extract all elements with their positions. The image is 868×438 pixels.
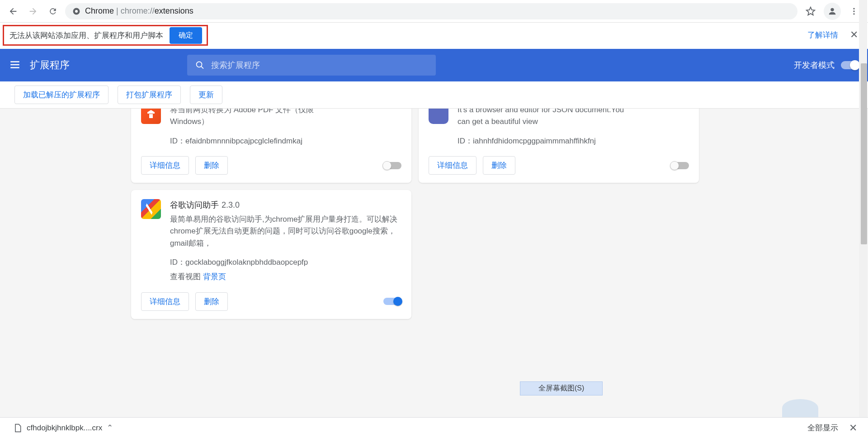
extension-title: 谷歌访问助手2.3.0 <box>170 199 401 212</box>
remove-button[interactable]: 删除 <box>195 156 228 175</box>
confirm-button[interactable]: 确定 <box>170 27 202 44</box>
infobar: 无法从该网站添加应用、扩展程序和用户脚本 确定 <box>3 25 208 46</box>
bookmark-star-icon[interactable] <box>802 3 819 20</box>
enable-toggle[interactable] <box>383 298 401 305</box>
extension-icon <box>141 109 161 124</box>
dev-mode-toggle[interactable] <box>841 61 859 69</box>
dev-mode-label: 开发者模式 <box>794 60 835 71</box>
remove-button[interactable]: 删除 <box>195 292 228 311</box>
extension-icon <box>429 109 448 124</box>
extension-id: ID：efaidnbmnnnibpcajpcglclefindmkaj <box>170 135 401 147</box>
show-all-link[interactable]: 全部显示 <box>807 423 838 433</box>
address-bar[interactable]: Chrome | chrome://extensions <box>65 3 797 19</box>
menu-icon[interactable] <box>9 59 22 71</box>
url-text: Chrome | chrome://extensions <box>85 6 193 16</box>
download-item[interactable]: cfhdojbkjhnklbpk....crx ⌃ <box>7 421 119 435</box>
extensions-header: 扩展程序 开发者模式 <box>0 49 868 81</box>
reload-button[interactable] <box>45 4 61 19</box>
screenshot-overlay-button[interactable]: 全屏幕截图(S) <box>520 381 603 395</box>
svg-point-5 <box>853 13 854 14</box>
download-filename: cfhdojbkjhnklbpk....crx <box>27 424 102 433</box>
extension-desc: 最简单易用的谷歌访问助手,为chrome扩展用户量身打造。可以解决chrome扩… <box>170 214 401 249</box>
enable-toggle[interactable] <box>671 162 689 169</box>
content-area: 将当前网页转换为 Adobe PDF 文件（仅限Windows） ID：efai… <box>0 109 868 418</box>
svg-point-3 <box>853 8 854 9</box>
search-icon <box>195 60 205 70</box>
close-icon[interactable]: ✕ <box>845 420 861 436</box>
svg-point-2 <box>830 8 834 11</box>
file-icon <box>13 424 22 433</box>
back-button[interactable] <box>5 4 21 19</box>
inspect-views: 查看视图 背景页 <box>170 271 401 283</box>
extension-desc: 将当前网页转换为 Adobe PDF 文件（仅限Windows） <box>170 109 401 128</box>
details-button[interactable]: 详细信息 <box>141 156 189 175</box>
chrome-icon <box>72 7 80 15</box>
profile-icon[interactable] <box>824 3 841 20</box>
downloads-bar: cfhdojbkjhnklbpk....crx ⌃ 全部显示 ✕ <box>0 417 868 438</box>
svg-point-6 <box>197 62 202 67</box>
svg-point-4 <box>853 10 854 12</box>
extension-icon <box>141 199 161 219</box>
chevron-up-icon: ⌃ <box>107 423 113 433</box>
extension-desc: It's a browser and editor for JSON docum… <box>458 109 689 128</box>
background-page-link[interactable]: 背景页 <box>203 272 226 281</box>
details-button[interactable]: 详细信息 <box>141 292 189 311</box>
load-unpacked-button[interactable]: 加载已解压的扩展程序 <box>14 86 108 104</box>
update-button[interactable]: 更新 <box>190 86 222 104</box>
svg-point-1 <box>75 10 78 13</box>
dev-mode-toggle-group: 开发者模式 <box>794 60 859 71</box>
browser-toolbar: Chrome | chrome://extensions <box>0 0 868 23</box>
enable-toggle[interactable] <box>383 162 401 169</box>
extension-card: It's a browser and editor for JSON docum… <box>419 109 699 183</box>
page-title: 扩展程序 <box>30 58 70 72</box>
action-bar: 加载已解压的扩展程序 打包扩展程序 更新 <box>0 81 868 109</box>
learn-more-link[interactable]: 了解详情 <box>807 30 838 40</box>
extension-card: 谷歌访问助手2.3.0 最简单易用的谷歌访问助手,为chrome扩展用户量身打造… <box>131 190 411 319</box>
search-box[interactable] <box>187 55 436 76</box>
pack-button[interactable]: 打包扩展程序 <box>118 86 181 104</box>
extension-card: 将当前网页转换为 Adobe PDF 文件（仅限Windows） ID：efai… <box>131 109 411 183</box>
extension-id: ID：gocklaboggjfkolaknpbhddbaopcepfp <box>170 257 401 268</box>
infobar-message: 无法从该网站添加应用、扩展程序和用户脚本 <box>9 30 163 41</box>
details-button[interactable]: 详细信息 <box>429 156 476 175</box>
scrollbar-thumb[interactable] <box>861 63 867 244</box>
forward-button[interactable] <box>25 4 41 19</box>
search-input[interactable] <box>211 61 428 70</box>
remove-button[interactable]: 删除 <box>483 156 515 175</box>
extension-id: ID：iahnhfdhidomcpggpaimmmahffihkfnj <box>458 135 689 147</box>
